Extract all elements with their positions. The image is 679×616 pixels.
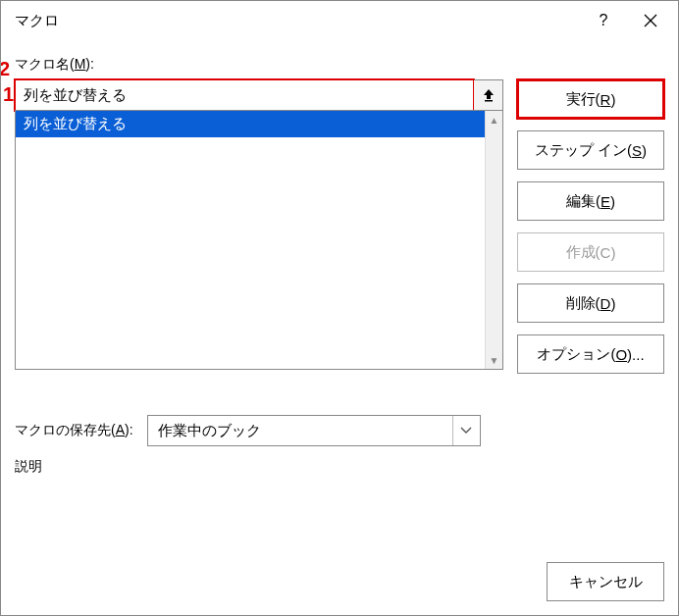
help-button[interactable]: ?	[580, 1, 627, 40]
cancel-button[interactable]: キャンセル	[547, 562, 664, 601]
delete-button[interactable]: 削除(D)	[517, 283, 664, 323]
list-item[interactable]: 列を並び替える	[16, 111, 485, 137]
goto-macro-button[interactable]	[474, 79, 503, 111]
macro-name-label: マクロ名(M):	[15, 56, 664, 74]
save-in-value: 作業中のブック	[148, 422, 452, 440]
up-arrow-icon	[482, 87, 496, 103]
svg-rect-2	[485, 100, 493, 102]
scrollbar[interactable]: ▲ ▼	[485, 111, 502, 369]
annotation-1: 1	[3, 83, 14, 106]
window-title: マクロ	[15, 12, 580, 30]
scroll-up-icon[interactable]: ▲	[486, 111, 502, 128]
save-in-combo[interactable]: 作業中のブック	[147, 415, 481, 446]
save-in-label: マクロの保存先(A):	[15, 422, 133, 439]
edit-button[interactable]: 編集(E)	[517, 181, 664, 221]
annotation-2: 2	[0, 58, 10, 80]
create-button: 作成(C)	[517, 232, 664, 272]
step-in-button[interactable]: ステップ イン(S)	[517, 130, 664, 170]
run-button[interactable]: 実行(R)	[517, 79, 664, 119]
titlebar: マクロ ?	[1, 1, 678, 40]
options-button[interactable]: オプション(O)...	[517, 334, 664, 374]
macro-name-input[interactable]	[15, 79, 474, 111]
macro-list[interactable]: 列を並び替える ▲ ▼	[15, 110, 503, 370]
chevron-down-icon[interactable]	[452, 416, 480, 445]
close-icon	[644, 14, 657, 27]
description-label: 説明	[15, 458, 664, 476]
scroll-down-icon[interactable]: ▼	[486, 351, 502, 369]
close-button[interactable]	[627, 1, 674, 40]
